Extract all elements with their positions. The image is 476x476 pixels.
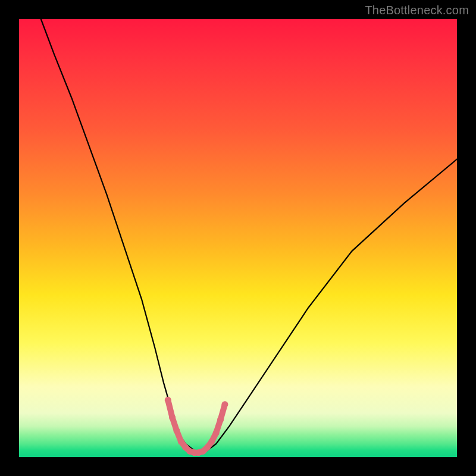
highlight-dot bbox=[213, 430, 220, 436]
bottleneck-curve bbox=[41, 19, 457, 453]
watermark-text: TheBottleneck.com bbox=[365, 4, 469, 17]
highlight-dot bbox=[217, 416, 224, 423]
highlight-dot bbox=[169, 414, 176, 421]
highlight-dot bbox=[173, 427, 180, 434]
plot-area bbox=[19, 19, 457, 457]
highlight-dot bbox=[178, 439, 184, 445]
chart-frame: TheBottleneck.com bbox=[0, 0, 476, 476]
curve-layer bbox=[19, 19, 457, 457]
highlight-dot bbox=[165, 397, 171, 403]
highlight-dot bbox=[221, 401, 228, 408]
highlight-dot bbox=[208, 439, 215, 445]
highlight-dot bbox=[204, 444, 211, 450]
minimum-highlight bbox=[168, 400, 225, 452]
